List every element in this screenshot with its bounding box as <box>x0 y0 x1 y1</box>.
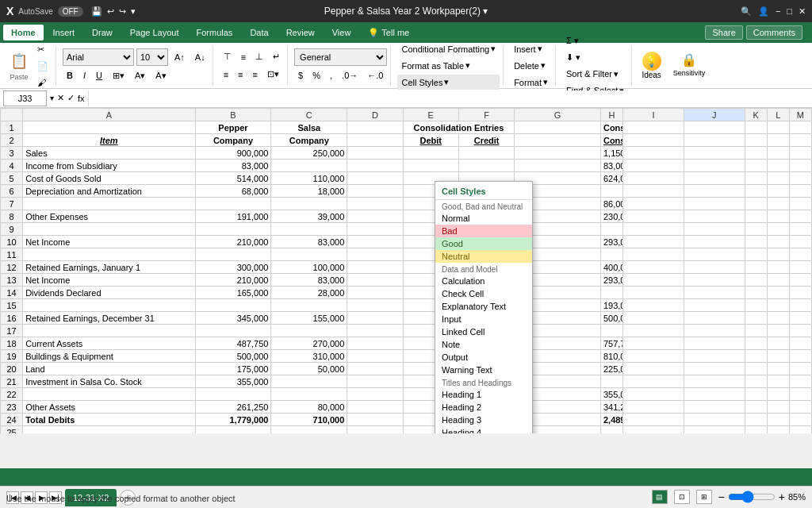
col-header-k[interactable]: K <box>745 109 767 121</box>
cell-c2[interactable]: Company <box>271 134 347 147</box>
autosum-button[interactable]: Σ ▾ <box>562 33 628 48</box>
cell-d5[interactable] <box>347 172 403 185</box>
cell-j6[interactable] <box>684 185 745 198</box>
cell-j4[interactable] <box>684 160 745 172</box>
font-color-button[interactable]: A▾ <box>151 68 170 83</box>
cell-b12[interactable]: 300,000 <box>195 261 271 274</box>
cell-b3[interactable]: 900,000 <box>195 147 271 160</box>
cell-h4[interactable]: 83,000 <box>600 160 622 172</box>
row-header[interactable]: 13 <box>1 274 23 287</box>
cell-c16[interactable]: 155,000 <box>271 312 347 325</box>
cell-styles-button[interactable]: Cell Styles ▾ <box>397 75 500 90</box>
comma-button[interactable]: , <box>326 68 336 83</box>
more-icon[interactable]: ▾ <box>131 6 136 17</box>
merge-center-button[interactable]: ⊡▾ <box>263 67 283 82</box>
cell-h19[interactable]: 810,000 <box>600 350 622 363</box>
cell-b21[interactable]: 355,000 <box>195 375 271 388</box>
cell-a10[interactable]: Net Income <box>23 236 195 248</box>
cell-k6[interactable] <box>745 185 767 198</box>
col-header-b[interactable]: B <box>195 109 271 121</box>
cell-j7[interactable] <box>684 198 745 210</box>
cell-a4[interactable]: Income from Subsidiary <box>23 160 195 172</box>
col-header-c[interactable]: C <box>271 109 347 121</box>
cell-h1[interactable]: Consolidated <box>600 121 622 134</box>
col-header-l[interactable]: L <box>767 109 789 121</box>
cell-h20[interactable]: 225,000 <box>600 363 622 375</box>
cell-c12[interactable]: 100,000 <box>271 261 347 274</box>
row-header[interactable]: 5 <box>1 172 23 185</box>
cell-e3[interactable] <box>403 147 458 160</box>
cell-c24[interactable]: 710,000 <box>271 414 347 426</box>
cell-c1[interactable]: Salsa <box>271 121 347 134</box>
tab-insert[interactable]: Insert <box>45 25 83 40</box>
cell-c3[interactable]: 250,000 <box>271 147 347 160</box>
cell-a1[interactable] <box>23 121 195 134</box>
expand-icon[interactable]: ▾ <box>50 94 54 102</box>
cell-d8[interactable] <box>347 210 403 223</box>
cell-e1[interactable]: Consolidation Entries <box>403 121 515 134</box>
formula-input[interactable] <box>88 90 809 106</box>
cell-k7[interactable] <box>745 198 767 210</box>
row-header[interactable]: 14 <box>1 287 23 299</box>
cell-b2[interactable]: Company <box>195 134 271 147</box>
cell-k1[interactable] <box>745 121 767 134</box>
row-header[interactable]: 1 <box>1 121 23 134</box>
row-header[interactable]: 11 <box>1 248 23 261</box>
cell-h16[interactable]: 500,000 <box>600 312 622 325</box>
format-button[interactable]: Format ▾ <box>510 75 552 90</box>
redo-icon[interactable]: ↪ <box>119 6 126 17</box>
cell-d6[interactable] <box>347 185 403 198</box>
decrease-font-button[interactable]: A↓ <box>191 50 209 64</box>
cell-e2[interactable]: Debit <box>403 134 458 147</box>
account-icon[interactable]: 👤 <box>758 6 769 17</box>
cell-c19[interactable]: 310,000 <box>271 350 347 363</box>
col-header-f[interactable]: F <box>458 109 514 121</box>
row-header[interactable]: 23 <box>1 401 23 414</box>
cell-c20[interactable]: 50,000 <box>271 363 347 375</box>
cell-i3[interactable] <box>623 147 684 160</box>
insert-function-icon[interactable]: fx <box>78 94 85 103</box>
cell-h22[interactable]: 355,000 <box>600 388 622 401</box>
cell-a6[interactable]: Depreciation and Amortization <box>23 185 195 198</box>
cell-f3[interactable] <box>458 147 514 160</box>
paste-button[interactable]: 📋 <box>6 50 32 72</box>
col-header-d[interactable]: D <box>347 109 403 121</box>
autosave-toggle[interactable]: OFF <box>58 6 83 17</box>
cell-m6[interactable] <box>789 185 811 198</box>
cs-item-linked[interactable]: Linked Cell <box>435 325 532 338</box>
row-header[interactable]: 19 <box>1 350 23 363</box>
cell-f4[interactable] <box>458 160 514 172</box>
cell-b1[interactable]: Pepper <box>195 121 271 134</box>
col-header-g[interactable]: G <box>515 109 601 121</box>
cell-c14[interactable]: 28,000 <box>271 287 347 299</box>
cell-m2[interactable] <box>789 134 811 147</box>
cell-h15[interactable]: 193,000 <box>600 299 622 312</box>
cell-i7[interactable] <box>623 198 684 210</box>
cs-item-note[interactable]: Note <box>435 338 532 351</box>
cell-c13[interactable]: 83,000 <box>271 274 347 287</box>
cell-h18[interactable]: 757,750 <box>600 337 622 350</box>
row-header[interactable]: 22 <box>1 388 23 401</box>
title-chevron[interactable]: ▾ <box>483 6 488 17</box>
cell-m1[interactable] <box>789 121 811 134</box>
cs-item-bad[interactable]: Bad <box>435 225 532 237</box>
format-painter-button[interactable]: 🖌 <box>33 75 52 90</box>
col-header-h[interactable]: H <box>600 109 622 121</box>
cell-l7[interactable] <box>767 198 789 210</box>
cell-a16[interactable]: Retained Earnings, December 31 <box>23 312 195 325</box>
undo-icon[interactable]: ↩ <box>107 6 114 17</box>
cell-b24[interactable]: 1,779,000 <box>195 414 271 426</box>
cell-b8[interactable]: 191,000 <box>195 210 271 223</box>
minimize-icon[interactable]: − <box>776 6 780 16</box>
cs-item-heading2[interactable]: Heading 2 <box>435 401 532 414</box>
insert-button[interactable]: Insert ▾ <box>510 41 552 56</box>
cell-a2[interactable]: Item <box>23 134 195 147</box>
cell-g2[interactable] <box>515 134 601 147</box>
underline-button[interactable]: U <box>92 68 106 83</box>
cell-a23[interactable]: Other Assets <box>23 401 195 414</box>
decrease-decimal-button[interactable]: ←.0 <box>363 68 387 83</box>
col-header-m[interactable]: M <box>789 109 811 121</box>
italic-button[interactable]: I <box>79 68 90 83</box>
cell-h21[interactable] <box>600 375 622 388</box>
borders-button[interactable]: ⊞▾ <box>109 68 128 83</box>
